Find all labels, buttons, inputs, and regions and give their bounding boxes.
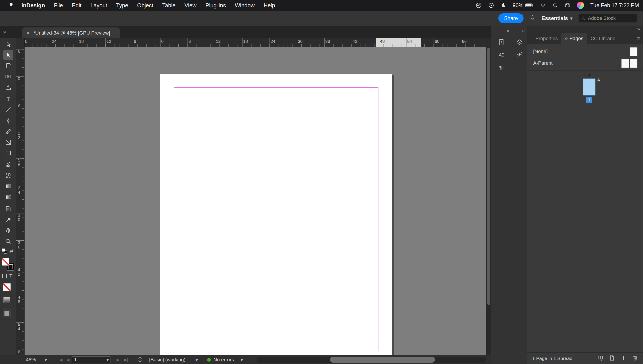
menubar-app-name[interactable]: InDesign <box>18 2 50 9</box>
battery-indicator[interactable]: 90% <box>513 2 534 8</box>
menu-edit[interactable]: Edit <box>67 2 86 9</box>
pen-tool[interactable] <box>3 116 13 126</box>
collapse-strip-icon[interactable]: « <box>522 28 525 34</box>
apply-gradient-button[interactable] <box>3 297 10 303</box>
document-canvas[interactable] <box>25 47 486 355</box>
stock-search-input[interactable] <box>588 16 630 21</box>
creative-cloud-icon[interactable] <box>476 2 482 8</box>
adjust-layout-panel-icon[interactable]: A <box>497 50 506 60</box>
links-panel-icon[interactable] <box>515 50 524 59</box>
wifi-icon[interactable] <box>540 2 546 8</box>
menu-view[interactable]: View <box>180 2 201 9</box>
scissors-tool[interactable] <box>3 160 13 170</box>
pencil-tool[interactable] <box>3 127 13 137</box>
export-panel-icon[interactable] <box>497 37 506 47</box>
vertical-ruler[interactable]: 6061 21 82 43 03 64 24 85 46 0 <box>16 47 25 355</box>
menubar-clock[interactable]: Tue Feb 17 7:22 PM <box>590 2 639 8</box>
tab-properties[interactable]: Properties <box>532 33 561 44</box>
horizontal-ruler[interactable]: 024181260612182430364248546066 <box>25 38 486 47</box>
menu-plugins[interactable]: Plug-Ins <box>201 2 230 9</box>
vertical-scrollbar[interactable] <box>486 47 491 355</box>
focus-moon-icon[interactable] <box>501 2 506 8</box>
paragraph-styles-panel-icon[interactable]: ¶ <box>497 63 506 72</box>
page-number-badge[interactable]: 1 <box>586 97 592 103</box>
menu-help[interactable]: Help <box>259 2 279 9</box>
zoom-tool[interactable] <box>3 237 13 246</box>
selection-tool[interactable] <box>3 40 13 49</box>
tab-cc-libraries[interactable]: CC Librarie <box>587 33 619 44</box>
preflight-profile[interactable]: [Basic] (working) <box>149 357 186 363</box>
menu-layout[interactable]: Layout <box>86 2 112 9</box>
horizontal-scrollbar-thumb[interactable] <box>330 357 435 363</box>
preflight-status-dropdown-icon[interactable]: ▾ <box>241 357 243 363</box>
prev-page-button[interactable]: ◀ <box>67 358 70 362</box>
apple-menu-icon[interactable] <box>4 2 18 9</box>
default-fill-stroke-icon[interactable] <box>2 248 8 254</box>
gap-tool[interactable] <box>3 72 13 82</box>
menu-type[interactable]: Type <box>112 2 133 9</box>
horizontal-scrollbar[interactable] <box>257 357 486 363</box>
preflight-status[interactable]: No errors <box>213 357 234 363</box>
preflight-profile-dropdown-icon[interactable]: ▾ <box>196 357 198 363</box>
page-tool[interactable] <box>3 61 13 71</box>
formatting-affects-text-icon[interactable]: T <box>9 273 12 279</box>
ruler-origin-corner[interactable] <box>16 38 25 47</box>
new-page-icon[interactable] <box>620 355 627 362</box>
expand-dock-icon[interactable]: » <box>637 26 640 32</box>
workspace-switcher[interactable]: Essentials ▾ <box>541 15 572 22</box>
swap-fill-stroke-icon[interactable]: ⇄ <box>9 248 13 253</box>
document-tab[interactable]: × *Untitled-34 @ 48% [GPU Preview] <box>22 28 120 38</box>
page-1-thumbnail[interactable] <box>583 78 595 96</box>
delete-page-icon[interactable] <box>632 355 638 362</box>
page-dropdown-icon[interactable]: ▾ <box>107 357 109 363</box>
share-button[interactable]: Share <box>498 14 524 23</box>
next-page-button[interactable]: ▶ <box>117 358 119 362</box>
master-row-a-parent[interactable]: A-Parent <box>527 58 643 69</box>
menu-window[interactable]: Window <box>230 2 259 9</box>
last-page-button[interactable]: ▶| <box>124 358 128 362</box>
screen-record-icon[interactable] <box>488 2 494 8</box>
master-row-none[interactable]: [None] <box>527 46 643 58</box>
panel-menu-icon[interactable]: ≡ <box>637 35 640 42</box>
adobe-stock-search[interactable] <box>578 14 637 23</box>
collapse-strip-icon[interactable]: « <box>507 28 509 34</box>
control-center-icon[interactable] <box>564 2 571 8</box>
fill-swatch-none[interactable] <box>2 258 9 266</box>
menu-file[interactable]: File <box>50 2 67 9</box>
first-page-button[interactable]: |◀ <box>59 358 63 362</box>
formatting-affects-container-icon[interactable] <box>2 274 7 278</box>
menu-object[interactable]: Object <box>133 2 158 9</box>
gradient-swatch-tool[interactable] <box>3 181 13 191</box>
user-avatar[interactable] <box>577 2 584 9</box>
note-tool[interactable] <box>3 204 13 214</box>
gradient-feather-tool[interactable] <box>3 192 13 202</box>
edit-page-size-icon[interactable] <box>597 355 603 362</box>
tools-expand-icon[interactable]: » <box>3 28 6 36</box>
close-tab-icon[interactable]: × <box>26 30 30 36</box>
type-tool[interactable]: T <box>3 94 13 104</box>
eyedropper-tool[interactable] <box>3 215 13 225</box>
rectangle-tool[interactable] <box>3 148 13 158</box>
menu-table[interactable]: Table <box>158 2 180 9</box>
hand-tool[interactable] <box>3 226 13 235</box>
page-number-field[interactable]: ▾ <box>72 356 111 363</box>
page-number-input[interactable] <box>74 357 101 363</box>
new-spread-icon[interactable] <box>609 355 615 362</box>
spotlight-search-icon[interactable] <box>552 2 558 8</box>
apply-none-button[interactable] <box>3 283 11 291</box>
zoom-level[interactable]: 48% <box>26 357 36 363</box>
lightbulb-icon[interactable] <box>529 14 536 22</box>
free-transform-tool[interactable] <box>3 170 13 180</box>
rectangle-frame-tool[interactable] <box>3 138 13 147</box>
content-collector-tool[interactable] <box>3 82 13 92</box>
zoom-dropdown-icon[interactable]: ▾ <box>45 357 47 363</box>
v-ruler-label: 3 0 <box>18 213 20 222</box>
document-page[interactable] <box>160 74 392 355</box>
vertical-scrollbar-thumb[interactable] <box>487 48 490 305</box>
preflight-clock-icon[interactable] <box>137 357 143 364</box>
direct-selection-tool[interactable] <box>3 50 13 60</box>
line-tool[interactable] <box>3 104 13 114</box>
layers-panel-icon[interactable] <box>515 37 524 47</box>
tab-pages[interactable]: ◇ Pages <box>561 33 587 44</box>
screen-mode-button[interactable] <box>3 310 11 317</box>
